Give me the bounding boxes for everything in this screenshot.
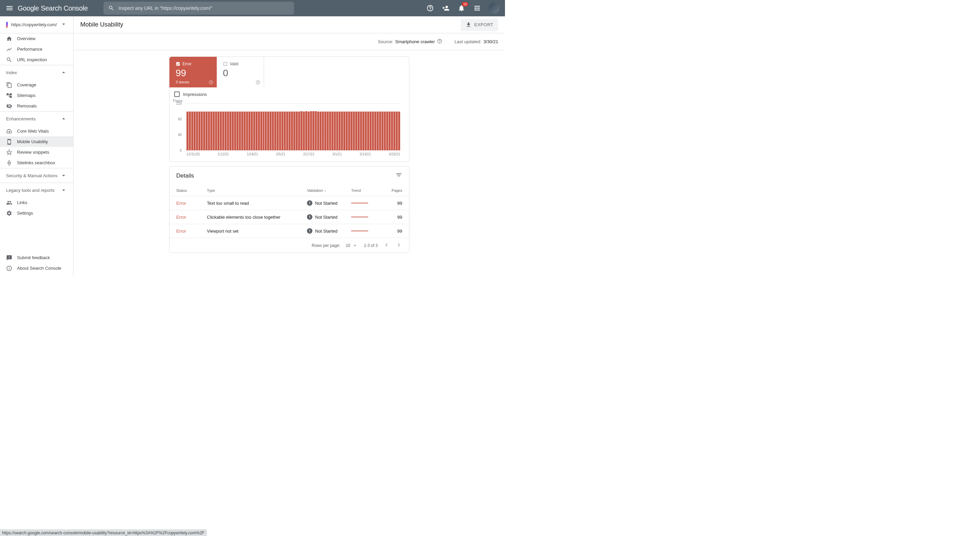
chart-bar[interactable] <box>198 111 200 150</box>
section-index[interactable]: Index <box>0 65 73 79</box>
chart-bar[interactable] <box>365 111 367 150</box>
chart-bar[interactable] <box>243 111 246 150</box>
chart-bar[interactable] <box>379 111 381 150</box>
chart-bar[interactable] <box>331 111 334 150</box>
chart-bar[interactable] <box>329 111 331 150</box>
sidebar-item-submit-feedback[interactable]: Submit feedback <box>0 252 73 263</box>
section-legacy[interactable]: Legacy tools and reports <box>0 182 73 197</box>
next-page-button[interactable] <box>395 241 402 249</box>
chart-bar[interactable] <box>384 111 386 150</box>
chart-bar[interactable] <box>277 111 279 150</box>
chart-bar[interactable] <box>282 111 283 150</box>
chart-bar[interactable] <box>203 111 205 150</box>
sidebar-item-overview[interactable]: Overview <box>0 33 73 44</box>
chart-bar[interactable] <box>353 111 355 150</box>
sidebar-item-performance[interactable]: Performance <box>0 44 73 54</box>
avatar[interactable] <box>488 3 500 14</box>
error-tile[interactable]: Error 99 3 issues <box>169 57 217 87</box>
chart-bar[interactable] <box>334 111 336 150</box>
table-row[interactable]: ErrorText too small to read!Not Started9… <box>169 196 409 210</box>
help-icon[interactable] <box>437 38 442 45</box>
prev-page-button[interactable] <box>383 241 390 249</box>
chart-bar[interactable] <box>339 111 340 150</box>
chart-bar[interactable] <box>360 111 362 150</box>
chart-bar[interactable] <box>308 111 310 150</box>
chart-bar[interactable] <box>227 111 229 150</box>
export-button[interactable]: EXPORT <box>461 19 498 31</box>
chart-bar[interactable] <box>253 111 255 150</box>
chart-bar[interactable] <box>234 111 236 150</box>
chart-bar[interactable] <box>224 111 227 150</box>
chart-bar[interactable] <box>208 111 210 150</box>
section-enhancements[interactable]: Enhancements <box>0 111 73 126</box>
chart-bar[interactable] <box>374 111 376 150</box>
chart-bar[interactable] <box>386 111 388 150</box>
sidebar-item-removals[interactable]: Removals <box>0 101 73 111</box>
chart-bar[interactable] <box>296 111 298 150</box>
sidebar-item-core-web-vitals[interactable]: Core Web Vitals <box>0 126 73 136</box>
chart-bar[interactable] <box>291 111 293 150</box>
chart-bar[interactable] <box>241 111 243 150</box>
chart-bar[interactable] <box>229 111 231 150</box>
chart-bar[interactable] <box>372 111 374 150</box>
sidebar-item-coverage[interactable]: Coverage <box>0 79 73 90</box>
chart-bar[interactable] <box>301 111 302 150</box>
chart-bar[interactable] <box>246 111 248 150</box>
chart-bar[interactable] <box>320 111 321 150</box>
rows-per-page-select[interactable]: 10 <box>346 242 358 249</box>
chart-bar[interactable] <box>248 111 250 150</box>
chart-bar[interactable] <box>367 111 369 150</box>
chart-bar[interactable] <box>201 111 203 150</box>
chart-bar[interactable] <box>310 111 312 150</box>
chart-bar[interactable] <box>251 111 253 150</box>
chart-bar[interactable] <box>205 111 208 150</box>
chart-bar[interactable] <box>398 111 400 150</box>
chart-bar[interactable] <box>317 111 319 150</box>
chart-bar[interactable] <box>279 111 281 150</box>
chart-bar[interactable] <box>196 111 198 150</box>
valid-tile[interactable]: Valid 0 <box>217 57 264 87</box>
url-inspect-search[interactable] <box>103 2 294 14</box>
chart-bar[interactable] <box>343 111 345 150</box>
users-button[interactable] <box>442 4 450 12</box>
chart-bar[interactable] <box>358 111 360 150</box>
help-button[interactable] <box>426 4 434 12</box>
chart-bar[interactable] <box>218 111 220 150</box>
chart-bar[interactable] <box>256 111 258 150</box>
chart-bar[interactable] <box>222 111 224 150</box>
chart-bar[interactable] <box>288 111 291 150</box>
chart-bar[interactable] <box>293 111 295 150</box>
chart-bar[interactable] <box>260 111 262 150</box>
chart-bar[interactable] <box>388 111 391 150</box>
chart-bar[interactable] <box>215 111 217 150</box>
property-selector[interactable]: https://copywritely.com/ <box>0 16 73 33</box>
chart-bar[interactable] <box>298 111 300 150</box>
chart-bar[interactable] <box>265 111 267 150</box>
help-icon[interactable] <box>208 80 213 85</box>
chart-bar[interactable] <box>269 111 272 150</box>
filter-button[interactable] <box>395 172 402 179</box>
table-row[interactable]: ErrorViewport not set!Not Started99 <box>169 224 409 238</box>
menu-button[interactable] <box>5 4 14 12</box>
chart-bar[interactable] <box>322 111 324 150</box>
chart-bar[interactable] <box>382 111 383 150</box>
chart-bar[interactable] <box>189 111 191 150</box>
chart-bar[interactable] <box>191 111 193 150</box>
chart-bar[interactable] <box>237 111 239 150</box>
sidebar-item-mobile-usability[interactable]: Mobile Usability <box>0 136 73 147</box>
chart-bar[interactable] <box>363 111 364 150</box>
sidebar-item-about-search-console[interactable]: About Search Console <box>0 263 73 273</box>
sidebar-item-review-snippets[interactable]: Review snippets <box>0 147 73 157</box>
chart-bar[interactable] <box>396 111 398 150</box>
chart-bar[interactable] <box>391 111 393 150</box>
chart-bar[interactable] <box>393 111 395 150</box>
chart-bar[interactable] <box>377 111 379 150</box>
chart-bar[interactable] <box>263 111 265 150</box>
chart-bar[interactable] <box>284 111 286 150</box>
chart-bar[interactable] <box>272 111 274 150</box>
chart-bar[interactable] <box>267 111 269 150</box>
chart-bar[interactable] <box>355 111 357 150</box>
chart-bar[interactable] <box>327 111 329 150</box>
chart-bar[interactable] <box>220 111 222 150</box>
chart-bar[interactable] <box>350 111 353 150</box>
